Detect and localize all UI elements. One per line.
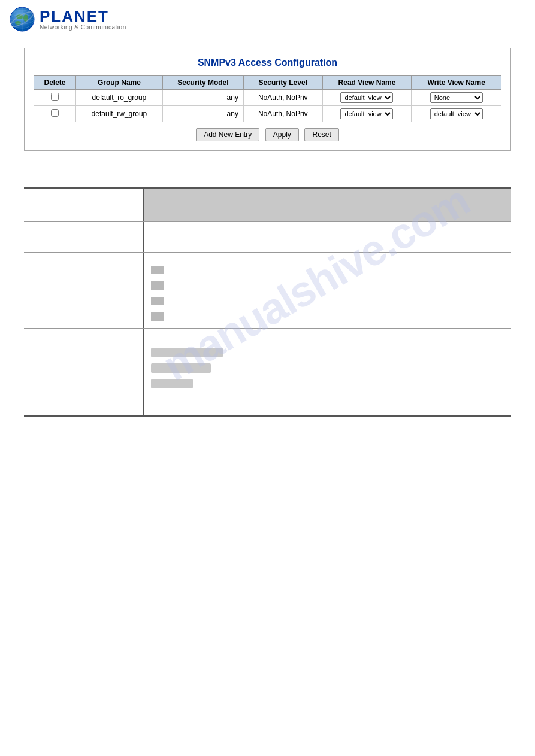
col-read-view: Read View Name <box>322 76 412 90</box>
logo: PLANET Networking & Communication <box>9 6 126 33</box>
config-title: SNMPv3 Access Configuration <box>34 57 501 68</box>
write-view-select-1[interactable]: None default_view <box>430 92 483 103</box>
security-level-cell-2: NoAuth, NoPriv <box>243 106 322 122</box>
lower-left-4 <box>24 329 144 415</box>
lower-row-3 <box>24 253 511 329</box>
reset-button[interactable]: Reset <box>304 128 338 141</box>
delete-checkbox-1[interactable] <box>51 93 59 101</box>
lower-row-4 <box>24 329 511 415</box>
delete-checkbox-2[interactable] <box>51 109 59 117</box>
lower-right-3 <box>144 253 511 328</box>
write-view-select-2[interactable]: default_view None <box>430 108 483 119</box>
lower-section: manualshive.com <box>24 187 511 417</box>
lower-section-wrapper <box>24 187 511 417</box>
page-header: PLANET Networking & Communication <box>0 0 535 39</box>
table-row: default_rw_group any NoAuth, NoPriv defa… <box>34 106 501 122</box>
lower-left-1 <box>24 189 144 221</box>
grey-bar-2 <box>151 363 211 373</box>
col-group-name: Group Name <box>75 76 162 90</box>
lower-left-3 <box>24 253 144 328</box>
bars-container <box>151 348 504 388</box>
lower-row-1 <box>24 189 511 222</box>
square-item-4 <box>151 312 164 321</box>
col-security-model: Security Model <box>162 76 243 90</box>
write-view-cell-1: None default_view <box>412 90 501 106</box>
squares-container <box>151 266 504 321</box>
logo-subtitle-label: Networking & Communication <box>40 24 126 31</box>
globe-icon <box>9 6 36 33</box>
grey-bar-3 <box>151 379 193 388</box>
read-view-cell-2: default_view <box>322 106 412 122</box>
col-security-level: Security Level <box>243 76 322 90</box>
write-view-cell-2: default_view None <box>412 106 501 122</box>
security-model-cell-1: any <box>162 90 243 106</box>
square-item-1 <box>151 266 164 274</box>
col-delete: Delete <box>34 76 76 90</box>
logo-text: PLANET Networking & Communication <box>40 8 126 31</box>
lower-right-2 <box>144 222 511 252</box>
read-view-select-2[interactable]: default_view <box>340 108 393 119</box>
read-view-select-1[interactable]: default_view <box>340 92 393 103</box>
apply-button[interactable]: Apply <box>265 128 299 141</box>
add-new-entry-button[interactable]: Add New Entry <box>196 128 259 141</box>
table-row: default_ro_group any NoAuth, NoPriv defa… <box>34 90 501 106</box>
main-content: SNMPv3 Access Configuration Delete Group… <box>0 39 535 426</box>
security-model-cell-2: any <box>162 106 243 122</box>
lower-row-2 <box>24 222 511 253</box>
config-table: Delete Group Name Security Model Securit… <box>34 75 501 122</box>
group-name-cell-2: default_rw_group <box>75 106 162 122</box>
security-level-cell-1: NoAuth, NoPriv <box>243 90 322 106</box>
buttons-row: Add New Entry Apply Reset <box>34 128 501 141</box>
square-item-3 <box>151 297 164 305</box>
lower-right-header <box>144 189 511 221</box>
lower-left-2 <box>24 222 144 252</box>
logo-planet-label: PLANET <box>40 8 126 24</box>
delete-cell-2 <box>34 106 76 122</box>
lower-right-4 <box>144 329 511 415</box>
grey-bar-1 <box>151 348 223 357</box>
delete-cell-1 <box>34 90 76 106</box>
read-view-cell-1: default_view <box>322 90 412 106</box>
snmpv3-config-box: SNMPv3 Access Configuration Delete Group… <box>24 48 511 151</box>
col-write-view: Write View Name <box>412 76 501 90</box>
square-item-2 <box>151 281 164 290</box>
group-name-cell-1: default_ro_group <box>75 90 162 106</box>
